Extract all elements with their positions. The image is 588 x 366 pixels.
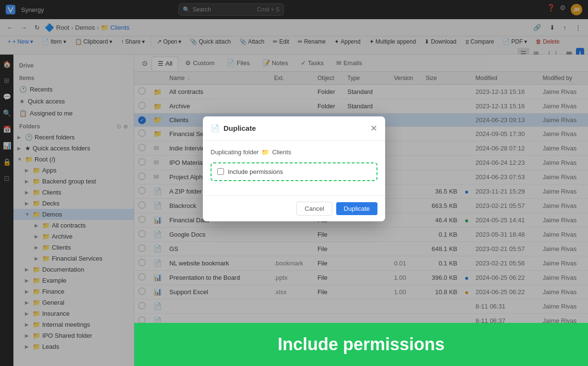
include-permissions-row: Include permissions — [217, 168, 371, 175]
green-banner-text: Include permissions — [278, 334, 445, 355]
duplicate-modal: 📄 Duplicate ✕ Duplicating folder 📁 Clien… — [203, 116, 385, 221]
modal-overlay[interactable]: 📄 Duplicate ✕ Duplicating folder 📁 Clien… — [0, 0, 588, 366]
modal-header: 📄 Duplicate ✕ — [203, 116, 385, 141]
modal-title: 📄 Duplicate — [211, 124, 256, 133]
dashed-border-box: Include permissions — [211, 162, 377, 181]
cancel-button[interactable]: Cancel — [296, 202, 332, 216]
modal-description: Duplicating folder 📁 Clients — [211, 149, 377, 156]
green-banner: Include permissions — [134, 323, 588, 366]
modal-title-text: Duplicate — [223, 124, 256, 132]
modal-folder-name: Clients — [272, 149, 291, 156]
modal-close-button[interactable]: ✕ — [370, 123, 377, 134]
include-permissions-label[interactable]: Include permissions — [228, 168, 283, 175]
modal-footer: Cancel Duplicate — [203, 195, 385, 221]
modal-folder-icon: 📁 — [261, 149, 269, 156]
modal-title-icon: 📄 — [211, 124, 220, 133]
modal-body: Duplicating folder 📁 Clients Include per… — [203, 141, 385, 195]
duplicate-button[interactable]: Duplicate — [336, 202, 377, 215]
include-permissions-checkbox[interactable] — [217, 168, 224, 175]
modal-desc-prefix: Duplicating folder — [211, 149, 259, 156]
